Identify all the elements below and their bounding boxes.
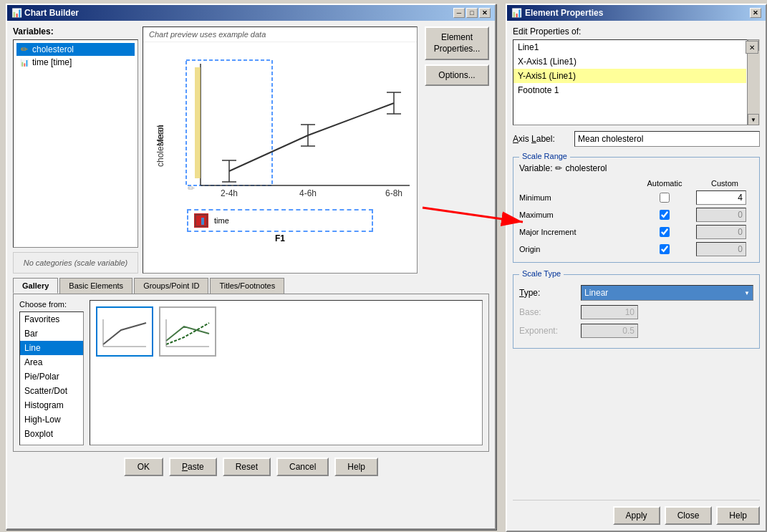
exponent-field-label: Exponent: xyxy=(519,326,577,336)
edit-properties-label: Edit Properties of: xyxy=(513,26,760,37)
svg-text:cholesterol: cholesterol xyxy=(155,125,165,167)
major-increment-label: Major Increment xyxy=(519,228,633,236)
elem-props-titlebar: 📊 Element Properties ✕ xyxy=(507,5,766,21)
tab-basic-elements[interactable]: Basic Elements xyxy=(59,278,132,294)
origin-label: Origin xyxy=(519,245,633,253)
cat-histogram[interactable]: Histogram xyxy=(20,398,83,412)
tab-groups-point-id[interactable]: Groups/Point ID xyxy=(134,278,208,294)
property-list-container: Line1 X-Axis1 (Line1) Y-Axis1 (Line1) Fo… xyxy=(513,39,760,125)
cat-line[interactable]: Line xyxy=(20,341,83,355)
var-time-label: time [time] xyxy=(32,57,72,67)
svg-text:✏: ✏ xyxy=(188,183,195,193)
base-input[interactable] xyxy=(581,305,638,319)
cat-high-low[interactable]: High-Low xyxy=(20,412,83,427)
exponent-input[interactable] xyxy=(581,324,638,338)
svg-rect-21 xyxy=(201,218,204,225)
type-dropdown-wrapper: Linear ▼ xyxy=(581,285,753,301)
prop-line1[interactable]: Line1 xyxy=(513,40,746,54)
scroll-down-button[interactable]: ▼ xyxy=(748,114,759,125)
maximize-button[interactable]: □ xyxy=(466,8,478,18)
remove-property-button[interactable]: ✕ xyxy=(746,41,758,54)
chart-builder-titlebar: 📊 Chart Builder ─ □ ✕ xyxy=(7,5,495,21)
ep-app-icon: 📊 xyxy=(511,8,522,18)
cat-dual-axes[interactable]: Dual Axes xyxy=(20,441,83,445)
ok-button[interactable]: OK xyxy=(124,458,163,476)
paste-button[interactable]: Paste xyxy=(169,458,217,476)
elem-props-title: Element Properties xyxy=(525,8,603,18)
preview-label: Chart preview uses example data xyxy=(143,27,417,42)
type-dropdown[interactable]: Linear ▼ xyxy=(581,285,753,301)
prop-yaxis1[interactable]: Y-Axis1 (Line1) xyxy=(513,69,746,83)
chart-builder-title: Chart Builder xyxy=(24,8,79,18)
cat-favorites[interactable]: Favorites xyxy=(20,312,83,327)
bar-icon: 📊 xyxy=(19,57,29,67)
cancel-button[interactable]: Cancel xyxy=(276,458,329,476)
type-field-label: Type: xyxy=(519,288,577,298)
ep-close-button[interactable]: ✕ xyxy=(750,8,761,18)
svg-rect-18 xyxy=(195,67,201,178)
cat-pie-polar[interactable]: Pie/Polar xyxy=(20,369,83,384)
gallery-tabs: Gallery Basic Elements Groups/Point ID T… xyxy=(13,278,489,294)
chart-f1-label: F1 xyxy=(275,233,285,243)
cat-scatter-dot[interactable]: Scatter/Dot xyxy=(20,384,83,398)
minimize-button[interactable]: ─ xyxy=(453,8,465,18)
scale-type-title: Scale Type xyxy=(519,269,564,278)
variable-time[interactable]: 📊 time [time] xyxy=(16,56,135,69)
minimum-label: Minimum xyxy=(519,193,633,202)
minimum-custom-input[interactable] xyxy=(696,190,746,205)
chart-type-thumbnails xyxy=(90,300,483,445)
scale-type-group: Scale Type Type: Linear ▼ Base: xyxy=(513,274,760,349)
property-list: Line1 X-Axis1 (Line1) Y-Axis1 (Line1) Fo… xyxy=(513,39,760,125)
chart-builder-window: 📊 Chart Builder ─ □ ✕ Variables: ✏ chole… xyxy=(6,4,496,530)
options-button[interactable]: Options... xyxy=(425,64,489,86)
svg-text:2-4h: 2-4h xyxy=(221,188,238,198)
variables-list: ✏ cholesterol 📊 time [time] xyxy=(13,39,138,248)
dropdown-arrow-icon: ▼ xyxy=(744,290,750,296)
svg-text:4-6h: 4-6h xyxy=(299,188,317,198)
major-increment-auto-checkbox[interactable] xyxy=(660,227,670,237)
category-list: Favorites Bar Line Area Pie/Polar Scatte… xyxy=(19,311,84,445)
apply-button[interactable]: Apply xyxy=(613,506,660,525)
maximum-label: Maximum xyxy=(519,211,633,219)
pencil-icon: ✏ xyxy=(19,44,29,54)
reset-button[interactable]: Reset xyxy=(223,458,271,476)
prop-footnote1[interactable]: Footnote 1 xyxy=(513,83,746,97)
variable-cholesterol[interactable]: ✏ cholesterol xyxy=(16,43,135,56)
axis-label-field-label: Axis Label: xyxy=(513,134,570,144)
help-ep-button[interactable]: Help xyxy=(716,506,760,525)
origin-custom-input[interactable] xyxy=(696,242,746,256)
gallery-content: Choose from: Favorites Bar Line Area Pie… xyxy=(13,294,489,452)
type-value: Linear xyxy=(584,288,608,298)
variables-label: Variables: xyxy=(13,26,138,37)
maximum-custom-input[interactable] xyxy=(696,208,746,222)
maximum-auto-checkbox[interactable] xyxy=(660,210,670,220)
base-field-label: Base: xyxy=(519,307,577,317)
prop-xaxis1[interactable]: X-Axis1 (Line1) xyxy=(513,54,746,69)
axis-label-input[interactable] xyxy=(574,131,760,147)
chart-svg: Mean cholesterol xyxy=(150,49,410,214)
close-ep-button[interactable]: Close xyxy=(665,506,713,525)
origin-auto-checkbox[interactable] xyxy=(660,244,670,254)
close-button[interactable]: ✕ xyxy=(479,8,491,18)
element-properties-button[interactable]: Element Properties... xyxy=(425,26,489,60)
tab-gallery[interactable]: Gallery xyxy=(13,278,58,294)
element-properties-window: 📊 Element Properties ✕ Edit Properties o… xyxy=(506,4,767,532)
svg-rect-20 xyxy=(197,221,200,225)
chart-type-simple-line[interactable] xyxy=(96,306,153,357)
variable-name-label: cholesterol xyxy=(565,163,607,173)
cat-boxplot[interactable]: Boxplot xyxy=(20,427,83,441)
major-increment-custom-input[interactable] xyxy=(696,225,746,239)
scale-range-group: Scale Range Variable: ✏ cholesterol Auto… xyxy=(513,157,760,263)
minimum-auto-checkbox[interactable] xyxy=(660,193,670,203)
tab-titles-footnotes[interactable]: Titles/Footnotes xyxy=(210,278,284,294)
choose-from-label: Choose from: xyxy=(19,300,84,309)
chart-type-multi-line[interactable] xyxy=(159,306,216,357)
help-button-cb[interactable]: Help xyxy=(334,458,378,476)
var-cholesterol-label: cholesterol xyxy=(32,44,74,54)
cat-area[interactable]: Area xyxy=(20,355,83,369)
no-categories-label: No categories (scale variable) xyxy=(13,252,138,274)
custom-header: Custom xyxy=(696,179,753,188)
scale-range-title: Scale Range xyxy=(519,152,570,160)
cat-bar[interactable]: Bar xyxy=(20,327,83,341)
automatic-header: Automatic xyxy=(636,179,693,188)
